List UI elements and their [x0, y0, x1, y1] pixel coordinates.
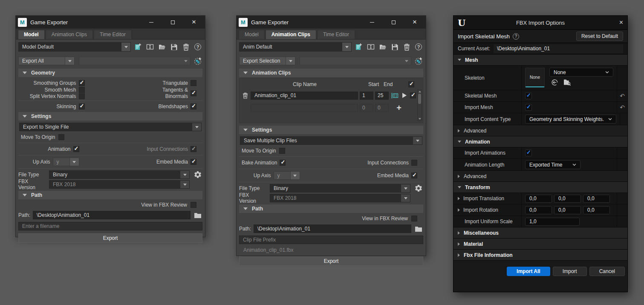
clip-start-input[interactable]: 1: [360, 92, 373, 100]
rotation-z-input[interactable]: 0,0: [583, 206, 610, 214]
up-axis-select[interactable]: y: [53, 158, 70, 166]
export-button[interactable]: Export: [239, 256, 423, 266]
tab-model[interactable]: Model: [18, 30, 45, 39]
expand-icon[interactable]: [458, 197, 460, 200]
file-type-select[interactable]: Binary: [270, 184, 410, 193]
select-all-clips-checkbox[interactable]: [408, 81, 414, 87]
scroll-up-icon[interactable]: [419, 91, 421, 92]
path-input[interactable]: \Desktop\Animation_01: [254, 224, 411, 233]
animation-checkbox[interactable]: [73, 146, 79, 152]
tab-animation-clips[interactable]: Animation Clips: [266, 30, 316, 39]
input-connections-checkbox[interactable]: [411, 160, 417, 166]
path-input[interactable]: \Desktop\Animation_01: [33, 211, 191, 219]
section-path[interactable]: Path: [18, 191, 202, 199]
close-icon[interactable]: ×: [619, 19, 623, 26]
export-mode-arrow[interactable]: [286, 57, 295, 65]
set-clip-range-icon[interactable]: [390, 91, 399, 100]
reset-property-icon[interactable]: ↶: [617, 102, 627, 113]
file-mode-arrow[interactable]: [192, 123, 201, 131]
preset-select[interactable]: Anim Default: [239, 42, 352, 52]
clip-enabled-checkbox[interactable]: [410, 92, 416, 98]
uniform-scale-input[interactable]: 1,0: [525, 218, 580, 226]
up-axis-arrow[interactable]: [291, 171, 300, 180]
move-to-origin-checkbox[interactable]: [58, 134, 64, 140]
tab-time-editor[interactable]: Time Editor: [317, 30, 355, 39]
mesh-advanced-expander[interactable]: Advanced: [453, 125, 627, 136]
expand-icon[interactable]: [458, 208, 460, 212]
clip-name-input[interactable]: Animation_clip_01: [251, 92, 358, 100]
category-fbx-file-information[interactable]: Fbx File Information: [453, 250, 627, 261]
view-fbx-review-checkbox[interactable]: [191, 202, 196, 208]
rotation-y-input[interactable]: 0,0: [554, 206, 581, 214]
help-icon[interactable]: ?: [513, 33, 519, 40]
triangulate-checkbox[interactable]: [191, 80, 196, 86]
skinning-checkbox[interactable]: [79, 104, 85, 109]
rename-preset-icon[interactable]: [145, 42, 155, 52]
open-preset-icon[interactable]: [378, 42, 387, 52]
cancel-button[interactable]: Cancel: [589, 267, 625, 276]
scrollbar-thumb[interactable]: [418, 94, 421, 104]
save-preset-icon[interactable]: [169, 42, 179, 52]
close-button[interactable]: [185, 16, 203, 28]
import-all-button[interactable]: Import All: [507, 267, 550, 276]
preset-dropdown-arrow[interactable]: [121, 43, 130, 51]
translation-x-input[interactable]: 0,0: [525, 195, 552, 203]
minimize-button[interactable]: [142, 16, 160, 28]
tangents-binormals-checkbox[interactable]: [191, 90, 196, 96]
minimize-button[interactable]: [363, 16, 381, 28]
rename-preset-icon[interactable]: [366, 42, 375, 52]
skeletal-mesh-checkbox[interactable]: [525, 92, 532, 99]
file-mode-arrow[interactable]: [413, 137, 422, 144]
blendshapes-checkbox[interactable]: [191, 104, 196, 109]
close-button[interactable]: [406, 16, 424, 28]
file-mode-select[interactable]: Save Multiple Clip Files: [240, 136, 422, 145]
delete-clip-icon[interactable]: [241, 91, 249, 100]
split-vertex-normals-checkbox[interactable]: [79, 93, 85, 99]
skeleton-select[interactable]: None: [549, 68, 613, 77]
section-geometry[interactable]: Geometry: [18, 69, 202, 77]
title-bar[interactable]: U FBX Import Options ×: [453, 16, 627, 30]
browse-to-asset-icon[interactable]: [563, 79, 571, 87]
create-set-icon[interactable]: [414, 56, 423, 66]
clips-scrollbar[interactable]: [417, 89, 422, 121]
category-miscellaneous[interactable]: Miscellaneous: [453, 227, 627, 239]
smooth-mesh-checkbox[interactable]: [79, 87, 85, 93]
save-preset-icon[interactable]: [390, 42, 399, 52]
new-clip-name-input[interactable]: [251, 104, 358, 112]
delete-preset-icon[interactable]: [402, 42, 411, 52]
open-preset-icon[interactable]: [157, 42, 167, 52]
title-bar[interactable]: M Game Exporter: [16, 16, 205, 29]
export-set-select[interactable]: [79, 57, 191, 65]
import-mesh-checkbox[interactable]: [525, 104, 532, 111]
title-bar[interactable]: M Game Exporter: [237, 16, 426, 29]
clip-end-input[interactable]: 25: [375, 92, 389, 100]
export-set-select[interactable]: [300, 57, 411, 65]
help-icon[interactable]: ?: [414, 42, 423, 52]
help-icon[interactable]: ?: [193, 42, 202, 52]
section-animation-clips[interactable]: Animation Clips: [239, 69, 423, 77]
delete-preset-icon[interactable]: [181, 42, 191, 52]
use-selected-asset-icon[interactable]: [551, 79, 558, 87]
clip-file-prefix-input[interactable]: Clip File Prefix: [239, 236, 423, 244]
bake-animation-checkbox[interactable]: [280, 160, 286, 166]
preset-dropdown-arrow[interactable]: [342, 43, 351, 51]
add-clip-icon[interactable]: +: [390, 103, 407, 112]
import-button[interactable]: Import: [553, 267, 587, 276]
fbx-version-select[interactable]: FBX 2018: [270, 194, 410, 202]
view-fbx-review-checkbox[interactable]: [411, 216, 417, 222]
reset-to-default-button[interactable]: Reset to Default: [576, 32, 623, 41]
import-animations-checkbox[interactable]: [525, 150, 532, 156]
file-type-select[interactable]: Binary: [49, 170, 190, 179]
export-mode-select[interactable]: Export Selection: [239, 57, 286, 65]
export-mode-arrow[interactable]: [65, 57, 75, 65]
maximize-button[interactable]: [384, 16, 402, 28]
category-animation[interactable]: Animation: [453, 136, 627, 147]
export-button[interactable]: Export: [18, 233, 202, 243]
rotation-x-input[interactable]: 0,0: [525, 206, 552, 214]
play-clip-icon[interactable]: [401, 91, 408, 100]
move-to-origin-checkbox[interactable]: [279, 148, 285, 154]
category-mesh[interactable]: Mesh: [453, 55, 627, 66]
new-clip-start-input[interactable]: 0: [360, 104, 373, 112]
translation-y-input[interactable]: 0,0: [554, 195, 581, 203]
category-transform[interactable]: Transform: [453, 182, 627, 193]
